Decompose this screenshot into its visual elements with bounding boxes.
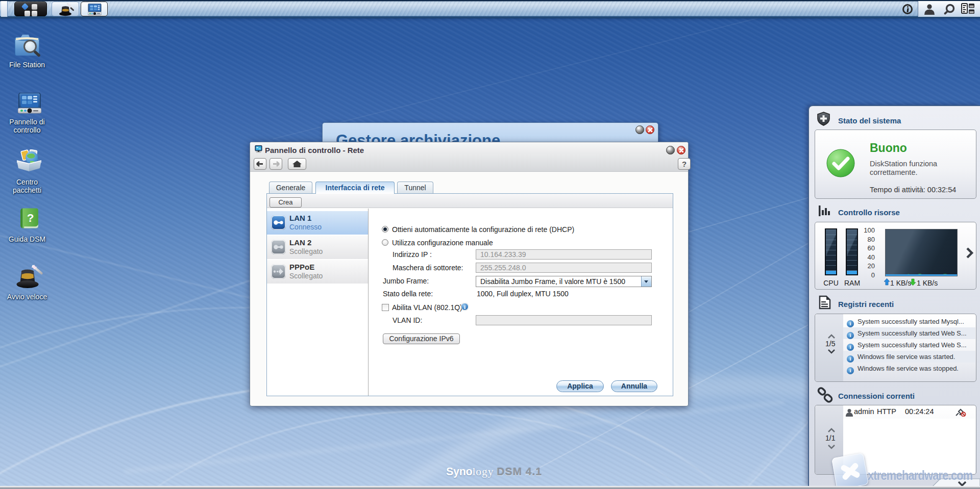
svg-text:?: ? [27, 212, 34, 224]
